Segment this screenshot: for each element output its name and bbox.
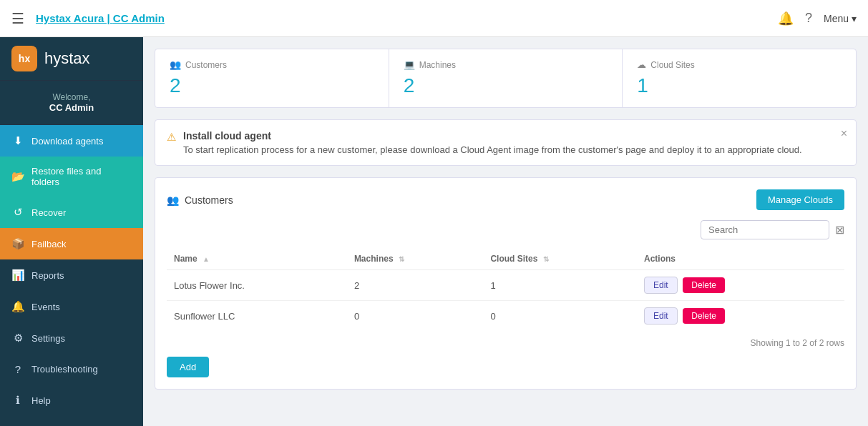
customer-machines: 0 [347, 301, 484, 332]
machines-stat-value: 2 [404, 74, 608, 97]
sidebar-item-failback[interactable]: 📦 Failback [0, 228, 143, 259]
sort-cloud-sites-icon: ⇅ [543, 255, 549, 263]
customer-actions: Edit Delete [637, 301, 844, 332]
table-footer: Showing 1 to 2 of 2 rows [167, 338, 844, 348]
table-row: Lotus Flower Inc. 2 1 Edit Delete [167, 270, 844, 301]
delete-button-row2[interactable]: Delete [683, 308, 725, 324]
col-cloud-sites[interactable]: Cloud Sites ⇅ [483, 248, 637, 270]
customer-cloud-sites: 1 [483, 270, 637, 301]
edit-button-row1[interactable]: Edit [644, 277, 678, 294]
sidebar-item-label: Download agents [31, 136, 103, 147]
machines-stat-label: Machines [419, 60, 456, 70]
col-name[interactable]: Name ▲ [167, 248, 347, 270]
customers-stat-value: 2 [170, 74, 374, 97]
cloud-sites-stat-value: 1 [637, 74, 842, 97]
table-head: Name ▲ Machines ⇅ Cloud Sites ⇅ Action [167, 248, 844, 270]
sidebar-item-troubleshooting[interactable]: ? Troubleshooting [0, 354, 143, 385]
stat-cloud-sites: ☁ Cloud Sites 1 [623, 49, 856, 107]
failback-icon: 📦 [11, 237, 24, 250]
sidebar-item-label: Events [31, 302, 60, 312]
sidebar: hx hystax Welcome, CC Admin ⬇ Download a… [0, 37, 143, 426]
customers-title-text: Customers [185, 194, 233, 206]
sidebar-item-restore-files[interactable]: 📂 Restore files and folders [0, 157, 143, 197]
col-actions: Actions [637, 248, 844, 270]
settings-icon: ⚙ [11, 332, 24, 345]
sidebar-item-label: Failback [31, 239, 66, 249]
sidebar-item-label: Troubleshooting [31, 364, 98, 375]
sidebar-item-download-agents[interactable]: ⬇ Download agents [0, 125, 143, 157]
help-icon[interactable]: ? [805, 11, 812, 26]
layout: hx hystax Welcome, CC Admin ⬇ Download a… [0, 37, 868, 426]
header-right: 🔔 ? Menu ▾ [778, 11, 857, 26]
sidebar-user: Welcome, CC Admin [0, 81, 143, 125]
sidebar-item-label: Restore files and folders [31, 166, 132, 187]
sidebar-item-label: Help [31, 395, 51, 406]
stat-machines: 💻 Machines 2 [389, 49, 623, 107]
recover-icon: ↺ [11, 206, 24, 219]
sidebar-item-reports[interactable]: 📊 Reports [0, 259, 143, 291]
help-sidebar-icon: ℹ [11, 394, 24, 407]
main-content: 👥 Customers 2 💻 Machines 2 ☁ Cloud Sites… [143, 37, 868, 426]
sort-name-icon: ▲ [203, 255, 210, 263]
edit-button-row2[interactable]: Edit [644, 307, 678, 325]
menu-button[interactable]: Menu ▾ [824, 13, 857, 24]
customer-machines: 2 [347, 270, 484, 301]
cloud-sites-stat-label: Cloud Sites [650, 60, 694, 70]
manage-clouds-button[interactable]: Manage Clouds [756, 189, 844, 210]
sidebar-item-label: Reports [31, 270, 64, 281]
table-row: Sunflower LLC 0 0 Edit Delete [167, 301, 844, 332]
col-machines[interactable]: Machines ⇅ [347, 248, 484, 270]
troubleshooting-icon: ? [11, 363, 24, 375]
customers-section-title: 👥 Customers [167, 194, 233, 206]
cloud-sites-stat-icon: ☁ [637, 59, 646, 70]
sidebar-item-events[interactable]: 🔔 Events [0, 291, 143, 322]
search-input[interactable] [701, 220, 829, 239]
customers-section: 👥 Customers Manage Clouds ⊠ Name ▲ [155, 177, 857, 390]
hamburger-icon[interactable]: ☰ [11, 10, 24, 27]
machines-stat-icon: 💻 [404, 59, 415, 70]
sidebar-item-label: Settings [31, 333, 65, 344]
sidebar-item-recover[interactable]: ↺ Recover [0, 197, 143, 228]
reports-icon: 📊 [11, 269, 24, 282]
sidebar-item-help[interactable]: ℹ Help [0, 385, 143, 416]
sort-machines-icon: ⇅ [399, 255, 404, 263]
customers-stat-label: Customers [185, 60, 227, 70]
restore-icon: 📂 [11, 170, 24, 183]
showing-text: Showing 1 to 2 of 2 rows [751, 338, 844, 348]
customers-table: Name ▲ Machines ⇅ Cloud Sites ⇅ Action [167, 248, 844, 331]
sidebar-username: CC Admin [11, 102, 132, 113]
alert-text: To start replication process for a new c… [183, 144, 802, 155]
search-clear-icon[interactable]: ⊠ [835, 223, 844, 237]
stat-customers: 👥 Customers 2 [155, 49, 389, 107]
top-header: ☰ Hystax Acura | CC Admin 🔔 ? Menu ▾ [0, 0, 868, 37]
logo-area: hx hystax [0, 37, 143, 81]
welcome-label: Welcome, [11, 92, 132, 102]
alert-banner: ⚠ Install cloud agent To start replicati… [155, 119, 857, 166]
delete-button-row1[interactable]: Delete [683, 277, 725, 293]
header-title: Hystax Acura | CC Admin [36, 12, 165, 24]
logo-text: hystax [44, 49, 90, 68]
customer-name: Lotus Flower Inc. [167, 270, 347, 301]
header-cc-admin-link[interactable]: CC Admin [113, 12, 165, 24]
customers-header: 👥 Customers Manage Clouds [167, 189, 844, 210]
customer-name: Sunflower LLC [167, 301, 347, 332]
table-body: Lotus Flower Inc. 2 1 Edit Delete Sunflo… [167, 270, 844, 332]
events-icon: 🔔 [11, 300, 24, 313]
alert-close-icon[interactable]: × [841, 127, 847, 140]
sidebar-item-label: Recover [31, 207, 66, 218]
search-row: ⊠ [167, 220, 844, 239]
customers-title-icon: 👥 [167, 194, 179, 206]
customer-cloud-sites: 0 [483, 301, 637, 332]
add-customer-button[interactable]: Add [167, 357, 209, 377]
customers-stat-icon: 👥 [170, 59, 181, 70]
alert-warning-icon: ⚠ [167, 131, 176, 144]
stats-row: 👥 Customers 2 💻 Machines 2 ☁ Cloud Sites… [155, 49, 857, 108]
table-header-row: Name ▲ Machines ⇅ Cloud Sites ⇅ Action [167, 248, 844, 270]
customer-actions: Edit Delete [637, 270, 844, 301]
sidebar-item-settings[interactable]: ⚙ Settings [0, 322, 143, 354]
download-icon: ⬇ [11, 134, 24, 147]
notification-icon[interactable]: 🔔 [778, 11, 794, 26]
alert-title: Install cloud agent [183, 130, 802, 142]
logo-icon: hx [11, 46, 37, 71]
